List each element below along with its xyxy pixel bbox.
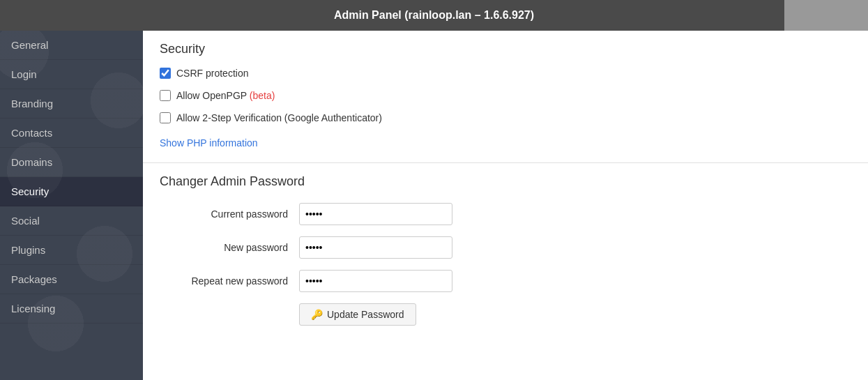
security-title: Security	[160, 42, 851, 56]
sidebar-item-label: Social	[11, 215, 40, 227]
sidebar-item-social[interactable]: Social	[0, 206, 143, 236]
sidebar-item-label: Licensing	[11, 303, 55, 314]
sidebar-item-label: Contacts	[11, 127, 52, 139]
search-input[interactable]	[784, 0, 868, 31]
header-search-area	[784, 0, 868, 31]
header-title: Admin Panel (rainloop.lan – 1.6.6.927)	[334, 9, 534, 22]
password-section-title: Changer Admin Password	[160, 174, 851, 189]
new-password-row: New password	[160, 236, 851, 259]
sidebar-item-domains[interactable]: Domains	[0, 148, 143, 177]
csrf-label: CSRF protection	[176, 68, 248, 79]
update-password-label: Update Password	[327, 309, 404, 320]
sidebar-item-label: Packages	[11, 273, 57, 285]
openpgp-label: Allow OpenPGP (beta)	[176, 90, 275, 101]
current-password-row: Current password	[160, 203, 851, 225]
repeat-password-row: Repeat new password	[160, 270, 851, 292]
sidebar: General Login Branding Contacts Domains …	[0, 31, 143, 380]
twostep-row: Allow 2-Step Verification (Google Authen…	[160, 112, 851, 123]
current-password-label: Current password	[160, 208, 299, 220]
new-password-input[interactable]	[299, 236, 452, 259]
csrf-checkbox[interactable]	[160, 68, 171, 79]
openpgp-checkbox[interactable]	[160, 90, 171, 101]
sidebar-item-contacts[interactable]: Contacts	[0, 119, 143, 148]
twostep-checkbox[interactable]	[160, 112, 171, 123]
update-password-button[interactable]: 🔑 Update Password	[299, 303, 416, 326]
password-section: Changer Admin Password Current password …	[143, 163, 868, 342]
sidebar-item-label: Login	[11, 68, 37, 80]
sidebar-item-packages[interactable]: Packages	[0, 265, 143, 294]
csrf-row: CSRF protection	[160, 68, 851, 79]
current-password-input[interactable]	[299, 203, 452, 225]
repeat-password-input[interactable]	[299, 270, 452, 292]
repeat-password-label: Repeat new password	[160, 275, 299, 287]
sidebar-item-label: Plugins	[11, 244, 45, 256]
sidebar-item-branding[interactable]: Branding	[0, 89, 143, 119]
header: Admin Panel (rainloop.lan – 1.6.6.927)	[0, 0, 868, 31]
sidebar-item-licensing[interactable]: Licensing	[0, 294, 143, 324]
openpgp-row: Allow OpenPGP (beta)	[160, 90, 851, 101]
php-info-link[interactable]: Show PHP information	[160, 137, 258, 149]
sidebar-item-label: Domains	[11, 156, 52, 168]
main-layout: General Login Branding Contacts Domains …	[0, 31, 868, 380]
new-password-label: New password	[160, 242, 299, 253]
main-content: Security CSRF protection Allow OpenPGP (…	[143, 31, 868, 380]
sidebar-item-label: Branding	[11, 98, 53, 109]
key-icon: 🔑	[311, 309, 323, 320]
security-section: Security CSRF protection Allow OpenPGP (…	[143, 31, 868, 163]
sidebar-item-general[interactable]: General	[0, 31, 143, 60]
sidebar-item-security[interactable]: Security	[0, 177, 143, 206]
openpgp-beta-label: (beta)	[250, 90, 275, 101]
sidebar-item-login[interactable]: Login	[0, 60, 143, 89]
twostep-label: Allow 2-Step Verification (Google Authen…	[176, 112, 382, 123]
sidebar-item-label: General	[11, 39, 48, 51]
sidebar-item-plugins[interactable]: Plugins	[0, 236, 143, 265]
sidebar-item-label: Security	[11, 185, 49, 197]
